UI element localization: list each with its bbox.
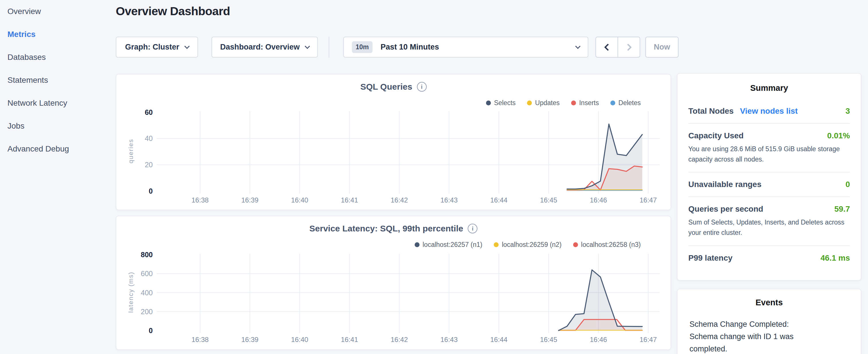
time-range-label: Past 10 Minutes xyxy=(380,43,439,52)
svg-text:16:42: 16:42 xyxy=(391,336,408,344)
summary-label: Unavailable ranges xyxy=(688,180,762,189)
legend-dot-icon xyxy=(415,242,420,247)
svg-text:16:45: 16:45 xyxy=(540,196,557,204)
svg-text:16:40: 16:40 xyxy=(291,336,308,344)
chart-title: Service Latency: SQL, 99th percentile xyxy=(309,224,463,233)
svg-text:16:46: 16:46 xyxy=(590,336,607,344)
legend-label: Inserts xyxy=(579,99,599,107)
service-latency-plot: 16:3816:3916:4016:4116:4216:4316:4416:45… xyxy=(116,216,672,351)
legend-label: Selects xyxy=(494,99,516,107)
dashboard-select-dropdown[interactable]: Dashboard: Overview xyxy=(212,37,318,58)
svg-text:400: 400 xyxy=(141,289,153,297)
sidebar-item-advanced-debug[interactable]: Advanced Debug xyxy=(7,137,111,160)
svg-text:16:44: 16:44 xyxy=(490,196,507,204)
summary-row-queries-per-second: Queries per second 59.7 Sum of Selects, … xyxy=(688,197,850,246)
legend-item[interactable]: localhost:26259 (n2) xyxy=(494,241,561,249)
info-icon[interactable]: i xyxy=(468,224,477,233)
legend-dot-icon xyxy=(571,100,576,105)
chevron-left-icon xyxy=(604,43,611,51)
time-range-picker[interactable]: 10m Past 10 Minutes xyxy=(343,37,588,58)
svg-text:40: 40 xyxy=(145,134,153,142)
chevron-right-icon xyxy=(624,43,631,51)
sidebar-item-metrics[interactable]: Metrics xyxy=(7,23,111,46)
summary-label: Total Nodes xyxy=(688,106,734,116)
chevron-down-icon xyxy=(305,43,310,49)
svg-text:16:47: 16:47 xyxy=(640,336,657,344)
svg-text:16:43: 16:43 xyxy=(440,336,458,344)
svg-text:60: 60 xyxy=(145,108,153,116)
svg-text:0: 0 xyxy=(149,187,153,195)
summary-row-p99-latency: P99 latency 46.1 ms xyxy=(688,246,850,270)
now-button[interactable]: Now xyxy=(645,37,679,58)
chart-legend: SelectsUpdatesInsertsDeletes xyxy=(486,99,641,107)
summary-value: 3 xyxy=(845,106,850,116)
legend-item[interactable]: Inserts xyxy=(571,99,599,107)
summary-label: P99 latency xyxy=(688,254,733,263)
prev-time-window-button[interactable] xyxy=(596,37,618,57)
sidebar-item-overview[interactable]: Overview xyxy=(7,0,111,23)
svg-text:16:47: 16:47 xyxy=(640,196,657,204)
events-title: Events xyxy=(689,298,849,307)
graph-select-label: Graph: Cluster xyxy=(125,43,179,52)
legend-item[interactable]: localhost:26258 (n3) xyxy=(573,241,641,249)
summary-panel: Summary Total Nodes View nodes list 3 Ca… xyxy=(677,73,861,281)
svg-text:200: 200 xyxy=(141,308,153,316)
svg-text:queries: queries xyxy=(127,139,134,163)
time-range-badge: 10m xyxy=(352,41,373,53)
dashboard-select-label: Dashboard: Overview xyxy=(220,43,300,52)
legend-item[interactable]: Deletes xyxy=(610,99,641,107)
legend-dot-icon xyxy=(494,242,499,247)
svg-text:16:40: 16:40 xyxy=(291,196,308,204)
legend-item[interactable]: localhost:26257 (n1) xyxy=(415,241,482,249)
sidebar-item-statements[interactable]: Statements xyxy=(7,69,111,92)
legend-dot-icon xyxy=(527,100,532,105)
info-icon[interactable]: i xyxy=(417,82,427,92)
service-latency-chart-card: Service Latency: SQL, 99th percentile i … xyxy=(116,216,671,350)
svg-text:latency (ms): latency (ms) xyxy=(127,271,134,313)
summary-description: Sum of Selects, Updates, Inserts, and De… xyxy=(688,217,850,238)
sql-queries-plot: 16:3816:3916:4016:4116:4216:4316:4416:45… xyxy=(116,74,672,211)
legend-label: localhost:26257 (n1) xyxy=(423,241,482,249)
svg-text:16:44: 16:44 xyxy=(490,336,507,344)
next-time-window-button[interactable] xyxy=(618,37,640,57)
chart-title: SQL Queries xyxy=(360,82,412,92)
summary-value: 46.1 ms xyxy=(820,254,850,263)
summary-row-total-nodes: Total Nodes View nodes list 3 xyxy=(688,99,850,124)
graph-select-dropdown[interactable]: Graph: Cluster xyxy=(116,37,198,58)
summary-row-unavailable-ranges: Unavailable ranges 0 xyxy=(688,172,850,197)
svg-text:16:39: 16:39 xyxy=(241,196,258,204)
time-window-pager xyxy=(595,37,640,58)
svg-text:16:42: 16:42 xyxy=(391,196,408,204)
legend-label: localhost:26259 (n2) xyxy=(502,241,561,249)
now-button-label: Now xyxy=(654,43,670,52)
chevron-down-icon xyxy=(575,43,580,49)
legend-label: Deletes xyxy=(618,99,641,107)
view-nodes-list-link[interactable]: View nodes list xyxy=(740,106,798,116)
legend-label: Updates xyxy=(535,99,560,107)
svg-text:16:45: 16:45 xyxy=(540,336,557,344)
sidebar-item-network-latency[interactable]: Network Latency xyxy=(7,92,111,115)
summary-row-capacity-used: Capacity Used 0.01% You are using 28.6 M… xyxy=(688,124,850,172)
sidebar-nav: Overview Metrics Databases Statements Ne… xyxy=(7,0,111,160)
legend-item[interactable]: Updates xyxy=(527,99,560,107)
legend-dot-icon xyxy=(573,242,578,247)
svg-text:0: 0 xyxy=(149,326,153,334)
svg-text:16:38: 16:38 xyxy=(191,336,209,344)
svg-text:16:38: 16:38 xyxy=(191,196,209,204)
summary-value: 0 xyxy=(845,180,850,189)
page-title: Overview Dashboard xyxy=(116,5,230,18)
svg-text:20: 20 xyxy=(145,161,153,169)
sql-queries-chart-card: SQL Queries i SelectsUpdatesInsertsDelet… xyxy=(116,74,671,210)
legend-item[interactable]: Selects xyxy=(486,99,516,107)
svg-text:16:41: 16:41 xyxy=(341,336,358,344)
svg-text:800: 800 xyxy=(141,251,153,259)
sidebar-item-jobs[interactable]: Jobs xyxy=(7,115,111,137)
summary-value: 59.7 xyxy=(834,204,850,214)
summary-label: Queries per second xyxy=(688,204,763,214)
chevron-down-icon xyxy=(184,43,189,49)
svg-text:16:39: 16:39 xyxy=(241,336,258,344)
event-message: Schema Change Completed: Schema change w… xyxy=(689,318,818,354)
svg-text:16:46: 16:46 xyxy=(590,196,607,204)
sidebar-item-databases[interactable]: Databases xyxy=(7,46,111,69)
controls-divider xyxy=(329,37,329,58)
